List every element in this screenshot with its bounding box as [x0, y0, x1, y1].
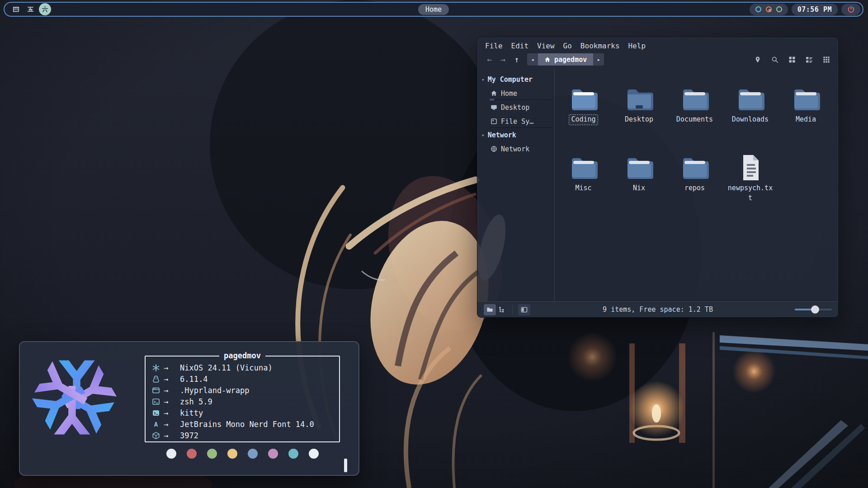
package-icon [152, 432, 164, 440]
palette-color-0 [166, 449, 176, 459]
fetch-arrow: → [164, 408, 180, 418]
status-indicator-3-icon[interactable] [776, 6, 782, 12]
location-pin-icon[interactable] [754, 56, 761, 63]
menu-item-file[interactable]: File [483, 42, 505, 50]
back-button[interactable]: ← [483, 53, 496, 66]
workspace-六[interactable] [39, 3, 51, 15]
shell-icon [152, 398, 164, 406]
toolbar: ← → ↑ ◂ pagedmov ▸ [477, 51, 838, 68]
fetch-row-window-manager: →.Hyprland-wrapp [152, 385, 339, 396]
menu-item-bookmarks[interactable]: Bookmarks [579, 42, 622, 50]
file-label: repos [682, 183, 707, 194]
workspace-四[interactable] [10, 3, 22, 15]
folder-icon [625, 84, 654, 113]
path-scroll-right-button[interactable]: ▸ [593, 53, 604, 66]
menu-item-view[interactable]: View [535, 42, 557, 50]
svg-text:A: A [154, 421, 158, 428]
file-repos[interactable]: repos [668, 153, 722, 222]
fetch-value: zsh 5.9 [180, 397, 212, 406]
icon-view-icon[interactable] [788, 56, 796, 63]
zoom-slider[interactable] [795, 305, 832, 314]
file-manager-window: FileEditViewGoBookmarksHelp ← → ↑ ◂ page… [477, 37, 839, 318]
file-newpsych-txt[interactable]: newpsych.txt [724, 153, 777, 222]
chevron-down-icon: ▾ [481, 77, 485, 83]
focused-window-title: Home [418, 4, 449, 15]
status-indicator-1-icon[interactable] [755, 6, 761, 12]
fetch-arrow: → [164, 386, 180, 395]
filesystem-icon [491, 118, 497, 125]
path-bar: ◂ pagedmov ▸ [527, 53, 604, 66]
top-bar: Home 07:56 PM [4, 2, 863, 17]
toolbar-view-controls [754, 56, 833, 63]
up-button[interactable]: ↑ [510, 53, 524, 66]
folder-icon [680, 84, 709, 113]
terminal-color-palette [145, 449, 340, 459]
tree-pane-button[interactable] [496, 304, 508, 315]
sidebar-item-label: Home [501, 89, 517, 98]
places-icon [486, 306, 493, 313]
side-pane-icon [521, 306, 528, 313]
fetch-value: kitty [180, 408, 203, 418]
file-desktop[interactable]: Desktop [613, 84, 666, 153]
path-scroll-left-button[interactable]: ◂ [527, 53, 538, 66]
file-coding[interactable]: Coding [557, 84, 610, 153]
status-bar: 9 items, Free space: 1.2 TB [477, 301, 838, 317]
power-icon [847, 5, 855, 13]
sidebar-item-filesy[interactable]: File Sy… [477, 114, 554, 128]
window-manager-icon [152, 386, 164, 394]
terminal-scrollbar[interactable] [344, 459, 347, 472]
file-downloads[interactable]: Downloads [724, 84, 777, 153]
thumbnail-view-icon[interactable] [823, 56, 830, 63]
fetch-row-linux: →6.11.4 [152, 373, 339, 385]
file-grid: CodingDesktopDocumentsDownloadsMediaMisc… [555, 69, 838, 301]
linux-icon [152, 375, 164, 383]
power-button[interactable] [841, 4, 860, 15]
folder-icon [625, 153, 654, 182]
file-documents[interactable]: Documents [668, 84, 722, 153]
file-label: Coding [569, 114, 598, 125]
compact-view-icon[interactable] [806, 56, 813, 63]
palette-color-3 [227, 449, 237, 459]
file-misc[interactable]: Misc [557, 153, 610, 222]
sidebar-group-network[interactable]: ▾Network [477, 128, 554, 142]
path-segment-home[interactable]: pagedmov [538, 53, 593, 66]
terminal-icon [152, 409, 164, 417]
nixos-logo [28, 351, 121, 444]
palette-color-7 [309, 449, 319, 459]
sidebar-item-desktop[interactable]: Desktop [477, 100, 554, 114]
desktop-icon [491, 104, 497, 111]
search-icon[interactable] [771, 56, 778, 63]
fetch-value: 3972 [180, 431, 198, 440]
places-pane-button[interactable] [484, 304, 496, 315]
quarter-fill [769, 9, 771, 12]
menu-item-edit[interactable]: Edit [509, 42, 531, 50]
menu-item-go[interactable]: Go [561, 42, 574, 50]
globe-icon [491, 145, 497, 152]
font-icon: A [152, 420, 164, 428]
fetch-value: 6.11.4 [180, 375, 208, 384]
side-pane-toggle-button[interactable] [518, 304, 530, 315]
file-media[interactable]: Media [779, 84, 833, 153]
status-indicators [750, 4, 788, 15]
forward-button[interactable]: → [496, 53, 510, 66]
palette-color-6 [288, 449, 298, 459]
fetch-value: NixOS 24.11 (Vicuna) [180, 363, 273, 372]
sidebar-group-my-computer[interactable]: ▾My Computer [477, 73, 554, 86]
fetch-arrow: → [164, 363, 180, 372]
workspace-五[interactable] [24, 3, 37, 15]
menu-item-help[interactable]: Help [627, 42, 648, 50]
slider-thumb[interactable] [811, 305, 819, 314]
file-label: Misc [573, 183, 594, 194]
tree-icon [499, 306, 505, 313]
sidebar-item-network[interactable]: Network [477, 142, 554, 156]
file-nix[interactable]: Nix [613, 153, 666, 222]
clock: 07:56 PM [797, 5, 832, 14]
fetch-arrow: → [164, 420, 180, 429]
sidebar-item-label: Desktop [501, 103, 529, 112]
file-label: Documents [674, 114, 715, 125]
sidebar-item-home[interactable]: Home [477, 86, 554, 100]
sidebar-item-label: Network [501, 145, 529, 153]
palette-color-5 [268, 449, 278, 459]
status-indicator-2-icon[interactable] [766, 6, 772, 12]
terminal-window: pagedmov →NixOS 24.11 (Vicuna)→6.11.4→.H… [19, 341, 359, 476]
